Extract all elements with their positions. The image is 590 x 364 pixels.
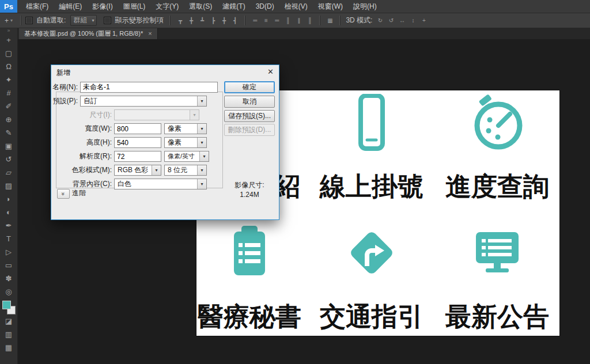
bit-depth-dropdown[interactable]: 8 位元 ▾ [164, 165, 207, 176]
healing-brush-tool[interactable]: ⊕ [0, 113, 17, 126]
align-top-edges-icon[interactable]: ┳ [175, 16, 185, 25]
lasso-tool[interactable]: Ω [0, 60, 17, 73]
menu-item-0[interactable]: 檔案(F) [21, 0, 54, 13]
dropdown-arrow-icon: ▾ [197, 138, 206, 147]
cell-label: 交通指引 [320, 304, 423, 329]
menu-item-7[interactable]: 3D(D) [251, 0, 279, 13]
menu-item-10[interactable]: 說明(H) [348, 0, 382, 13]
menu-item-2[interactable]: 影像(I) [87, 0, 118, 13]
menu-item-1[interactable]: 編輯(E) [54, 0, 87, 13]
menu-item-4[interactable]: 文字(Y) [150, 0, 184, 13]
type-tool[interactable]: T [0, 232, 17, 245]
eraser-tool[interactable]: ▱ [0, 166, 17, 179]
distribute-left-edges-icon[interactable]: ║ [283, 16, 293, 25]
image-size-label: 影像尺寸: [224, 180, 275, 190]
menu-item-3[interactable]: 圖層(L) [118, 0, 151, 13]
name-input[interactable] [80, 82, 218, 93]
tool-list: +▢Ω✦#✐⊕✎▣↺▱▨◗◐✒T▷▭✽◎ [0, 33, 17, 298]
dialog-title: 新增 [56, 68, 70, 78]
auto-select-group: 自動選取: 群組 ▾ [25, 15, 97, 26]
collapse-panel-icon[interactable]: » [7, 28, 10, 33]
document-tab[interactable]: 基本修改圖.psd @ 100% (圖層 1, RGB/8)* × [19, 28, 158, 39]
quick-mask-icon[interactable]: ◪ [0, 314, 17, 328]
auto-select-checkbox[interactable] [25, 17, 33, 24]
dropdown-arrow-icon: ▾ [190, 110, 199, 120]
grid-cell-clipboard: 醫療秘書 [196, 224, 307, 329]
height-label: 高度(H): [51, 137, 112, 148]
color-mode-dropdown[interactable]: RGB 色彩 ▾ [114, 165, 161, 176]
align-bottom-edges-icon[interactable]: ┻ [197, 16, 207, 25]
tool-preset-picker[interactable]: + ▾ [5, 17, 13, 25]
separator [339, 16, 341, 25]
auto-select-dropdown[interactable]: 群組 ▾ [70, 15, 97, 26]
shape-tool[interactable]: ▭ [0, 259, 17, 272]
3d-slide-icon[interactable]: ↕ [408, 16, 418, 25]
align-vertical-centers-icon[interactable]: ╋ [186, 16, 196, 25]
3d-mode-label: 3D 模式: [346, 16, 372, 25]
foreground-color-swatch[interactable] [2, 301, 11, 309]
menu-item-5[interactable]: 選取(S) [184, 0, 217, 13]
align-right-edges-icon[interactable]: ┫ [230, 16, 240, 25]
color-swatches[interactable] [2, 301, 15, 314]
3d-rotate-icon[interactable]: ↻ [375, 16, 385, 25]
distribute-bottom-edges-icon[interactable]: ═ [272, 16, 282, 25]
cancel-button[interactable]: 取消 [224, 96, 275, 108]
advanced-toggle-button[interactable]: » [57, 189, 70, 199]
tools-panel: » +▢Ω✦#✐⊕✎▣↺▱▨◗◐✒T▷▭✽◎ ◪▥▦ [0, 28, 18, 364]
dodge-tool[interactable]: ◐ [0, 206, 17, 219]
menu-item-6[interactable]: 濾鏡(T) [217, 0, 250, 13]
menu-item-9[interactable]: 視窗(W) [313, 0, 348, 13]
background-contents-dropdown[interactable]: 白色 ▾ [114, 179, 207, 189]
marquee-tool[interactable]: ▢ [0, 47, 17, 60]
photoshop-logo: Ps [0, 0, 17, 13]
width-input[interactable] [114, 123, 161, 134]
preset-dropdown[interactable]: 自訂 ▾ [80, 96, 207, 107]
separator [20, 16, 21, 25]
auto-align-layers-icon[interactable]: ▦ [325, 16, 335, 25]
width-unit-dropdown[interactable]: 像素 ▾ [164, 123, 207, 134]
menu-bar: Ps 檔案(F)編輯(E)影像(I)圖層(L)文字(Y)選取(S)濾鏡(T)3D… [0, 0, 590, 13]
menu-item-8[interactable]: 檢視(V) [279, 0, 313, 13]
tab-close-icon[interactable]: × [148, 30, 152, 37]
3d-scale-icon[interactable]: + [419, 16, 429, 25]
brush-tool[interactable]: ✎ [0, 126, 17, 139]
dropdown-arrow-icon: ▾ [197, 179, 206, 189]
path-selection-tool[interactable]: ▷ [0, 245, 17, 259]
clone-stamp-tool[interactable]: ▣ [0, 139, 17, 153]
screen-mode-icon[interactable]: ▥ [0, 328, 17, 341]
ok-button[interactable]: 確定 [224, 81, 275, 93]
edit-toolbar-icon[interactable]: ▦ [0, 341, 17, 354]
history-brush-tool[interactable]: ↺ [0, 153, 17, 166]
quick-selection-tool[interactable]: ✦ [0, 73, 17, 86]
zoom-tool[interactable]: ◎ [0, 285, 17, 298]
3d-drag-icon[interactable]: ↔ [397, 16, 407, 25]
dialog-close-icon[interactable]: ✕ [267, 67, 274, 76]
resolution-unit-dropdown[interactable]: 像素/英寸 ▾ [164, 151, 209, 162]
eyedropper-tool[interactable]: ✐ [0, 100, 17, 113]
distribute-vertical-centers-icon[interactable]: ≡ [261, 16, 271, 25]
pen-tool[interactable]: ✒ [0, 219, 17, 232]
separator [244, 16, 245, 25]
resolution-input[interactable] [114, 151, 161, 162]
show-transform-checkbox[interactable] [104, 17, 111, 24]
distribute-horizontal-centers-icon[interactable]: ∥ [294, 16, 304, 25]
align-left-edges-icon[interactable]: ┣ [208, 16, 218, 25]
distribute-right-edges-icon[interactable]: ║ [305, 16, 315, 25]
height-input[interactable] [114, 137, 161, 148]
hand-tool[interactable]: ✽ [0, 272, 17, 285]
3d-roll-icon[interactable]: ↺ [386, 16, 396, 25]
height-unit-dropdown[interactable]: 像素 ▾ [164, 137, 207, 148]
auto-select-value: 群組 [73, 16, 87, 25]
crop-tool[interactable]: # [0, 86, 17, 100]
dropdown-arrow-icon: ▾ [197, 124, 206, 134]
cell-label: 醫療秘書 [198, 304, 301, 329]
move-tool[interactable]: + [0, 33, 17, 47]
distribute-top-edges-icon[interactable]: ═ [250, 16, 260, 25]
clipboard-icon [221, 224, 278, 282]
align-horizontal-centers-icon[interactable]: ╋ [219, 16, 229, 25]
photoshop-window: Ps 檔案(F)編輯(E)影像(I)圖層(L)文字(Y)選取(S)濾鏡(T)3D… [0, 0, 590, 364]
gradient-tool[interactable]: ▨ [0, 179, 17, 192]
monitor-icon [468, 224, 526, 282]
save-preset-button[interactable]: 儲存預設(S)... [224, 110, 275, 122]
blur-tool[interactable]: ◗ [0, 192, 17, 206]
